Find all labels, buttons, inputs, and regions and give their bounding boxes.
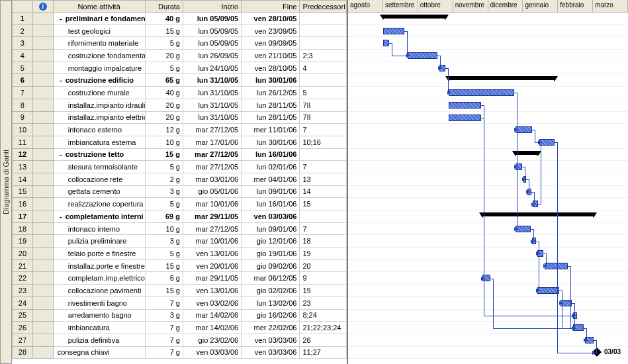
task-row[interactable]: 16realizzazione copertura5 gmar 10/01/06… [13, 198, 347, 210]
start-cell[interactable]: lun 31/10/05 [183, 99, 241, 111]
end-cell[interactable]: ven 21/10/05 [242, 50, 300, 62]
col-header-name[interactable]: Nome attività [53, 1, 145, 13]
outline-toggle-icon[interactable]: - [58, 150, 64, 158]
task-grid[interactable]: i Nome attività Durata Inizio Fine Prede… [12, 0, 348, 364]
task-name-cell[interactable]: rifornimento materiale [53, 37, 145, 50]
predecessors-cell[interactable]: 26 [300, 334, 347, 346]
predecessors-cell[interactable] [300, 74, 347, 87]
predecessors-cell[interactable]: 7 [300, 124, 347, 136]
duration-cell[interactable]: 15 g [145, 148, 183, 161]
info-cell[interactable] [32, 210, 53, 223]
end-cell[interactable]: lun 28/11/05 [242, 111, 300, 124]
col-header-id[interactable] [13, 1, 33, 13]
row-number[interactable]: 22 [13, 272, 33, 285]
task-name-cell[interactable]: -costruzione edificio [53, 74, 145, 87]
row-number[interactable]: 20 [13, 248, 33, 260]
predecessors-cell[interactable] [300, 37, 347, 50]
start-cell[interactable]: lun 05/09/05 [183, 37, 241, 50]
task-row[interactable]: 26imbiancatura7 gmar 14/02/06mer 22/02/0… [13, 322, 347, 334]
duration-cell[interactable]: 7 g [145, 346, 183, 359]
duration-cell[interactable]: 65 g [145, 74, 183, 87]
task-bar[interactable] [537, 287, 559, 294]
task-row[interactable]: 1-preliminari e fondamenta40 glun 05/09/… [13, 13, 347, 25]
row-number[interactable]: 5 [13, 62, 33, 74]
predecessors-cell[interactable]: 13 [300, 173, 347, 185]
outline-toggle-icon[interactable]: - [58, 76, 64, 84]
summary-bar[interactable] [383, 15, 445, 19]
end-cell[interactable]: gio 19/01/06 [242, 248, 300, 260]
start-cell[interactable]: mar 29/11/05 [183, 210, 241, 223]
task-name-cell[interactable]: costruzione murale [53, 87, 145, 99]
task-row[interactable]: 24rivestimenti bagno7 gven 03/02/06lun 1… [13, 296, 347, 309]
duration-cell[interactable]: 20 g [145, 50, 183, 62]
duration-cell[interactable]: 12 g [145, 124, 183, 136]
predecessors-cell[interactable]: 8;24 [300, 309, 347, 322]
info-cell[interactable] [32, 259, 53, 272]
task-name-cell[interactable]: completam.imp.elettrico [53, 272, 145, 285]
row-number[interactable]: 14 [13, 173, 33, 185]
task-name-cell[interactable]: rivestimenti bagno [53, 296, 145, 309]
task-row[interactable]: 22completam.imp.elettrico6 gmar 29/11/05… [13, 272, 347, 285]
end-cell[interactable]: gio 02/02/06 [242, 285, 300, 297]
task-name-cell[interactable]: realizzazione copertura [53, 198, 145, 210]
end-cell[interactable]: gio 12/01/06 [242, 235, 300, 248]
task-name-cell[interactable]: -completamento interni [53, 210, 145, 223]
task-row[interactable]: 13stesura termoisolante5 gmar 27/12/05lu… [13, 161, 347, 173]
duration-cell[interactable]: 6 g [145, 272, 183, 285]
duration-cell[interactable]: 5 g [145, 248, 183, 260]
predecessors-cell[interactable]: 2;3 [300, 50, 347, 62]
task-name-cell[interactable]: installaz.porte e finestre [53, 259, 145, 272]
duration-cell[interactable]: 2 g [145, 173, 183, 185]
end-cell[interactable]: lun 16/01/06 [242, 148, 300, 161]
info-cell[interactable] [32, 148, 53, 161]
task-bar[interactable] [383, 28, 404, 34]
start-cell[interactable]: lun 31/10/05 [183, 111, 241, 124]
info-cell[interactable] [32, 136, 53, 148]
task-row[interactable]: 8installaz.impianto idraulico20 glun 31/… [13, 99, 347, 111]
duration-cell[interactable]: 40 g [145, 87, 183, 99]
end-cell[interactable]: mar 06/12/05 [242, 272, 300, 285]
duration-cell[interactable]: 40 g [145, 13, 183, 25]
row-number[interactable]: 13 [13, 161, 33, 173]
task-name-cell[interactable]: imbiancatura [53, 322, 145, 334]
task-name-cell[interactable]: pulizia preliminare [53, 235, 145, 248]
task-row[interactable]: 17-completamento interni69 gmar 29/11/05… [13, 210, 347, 223]
end-cell[interactable]: lun 13/02/06 [242, 296, 300, 309]
gantt-chart[interactable]: agostosettembreottobrenovembredicembrege… [348, 0, 628, 364]
info-cell[interactable] [32, 99, 53, 111]
task-name-cell[interactable]: arredamento bagno [53, 309, 145, 322]
predecessors-cell[interactable]: 19 [300, 248, 347, 260]
task-name-cell[interactable]: installaz.impianto elettrico [53, 111, 145, 124]
predecessors-cell[interactable] [300, 148, 347, 161]
row-number[interactable]: 3 [13, 37, 33, 50]
predecessors-cell[interactable]: 9 [300, 272, 347, 285]
row-number[interactable]: 28 [13, 346, 33, 359]
row-number[interactable]: 21 [13, 259, 33, 272]
task-name-cell[interactable]: costruzione fondamenta [53, 50, 145, 62]
start-cell[interactable]: ven 20/01/06 [183, 259, 241, 272]
predecessors-cell[interactable]: 19 [300, 285, 347, 297]
view-tab-gantt[interactable]: Diagramma di Gantt [0, 0, 12, 364]
col-header-predecessors[interactable]: Predecessori [300, 1, 347, 13]
start-cell[interactable]: ven 13/01/06 [183, 285, 241, 297]
task-name-cell[interactable]: intonaco esterno [53, 124, 145, 136]
task-bar[interactable] [449, 102, 481, 109]
start-cell[interactable]: gio 23/02/06 [183, 334, 241, 346]
outline-toggle-icon[interactable]: - [58, 212, 64, 220]
task-name-cell[interactable]: collocazione rete [53, 173, 145, 185]
end-cell[interactable]: lun 02/01/06 [242, 161, 300, 173]
task-row[interactable]: 19pulizia preliminare3 gmar 10/01/06gio … [13, 235, 347, 248]
start-cell[interactable]: ven 03/03/06 [183, 346, 241, 359]
task-row[interactable]: 10intonaco esterno12 gmar 27/12/05mer 11… [13, 124, 347, 136]
summary-bar[interactable] [482, 212, 594, 216]
end-cell[interactable]: ven 09/09/05 [242, 37, 300, 50]
end-cell[interactable]: mer 22/02/06 [242, 322, 300, 334]
predecessors-cell[interactable]: 11;27 [300, 346, 347, 359]
task-name-cell[interactable]: -preliminari e fondamenta [53, 13, 145, 25]
task-bar[interactable] [383, 40, 389, 46]
duration-cell[interactable]: 5 g [145, 37, 183, 50]
duration-cell[interactable]: 15 g [145, 24, 183, 37]
duration-cell[interactable]: 3 g [145, 309, 183, 322]
task-row[interactable]: 18intonaco interno10 gmar 27/12/05lun 09… [13, 222, 347, 235]
end-cell[interactable]: ven 03/03/06 [242, 346, 300, 359]
